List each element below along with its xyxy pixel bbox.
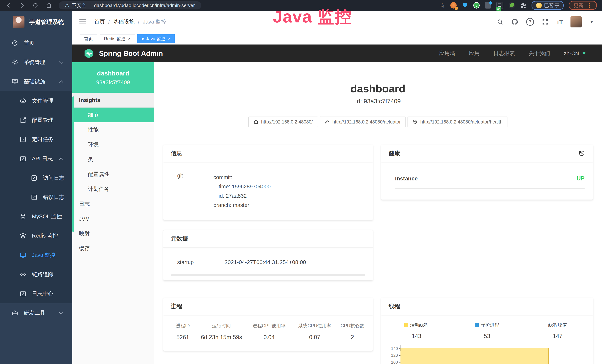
tags-view: 首页 Redis 监控× Java 监控× — [72, 33, 602, 45]
puzzle-icon[interactable] — [520, 2, 526, 9]
chart-plot-area — [400, 346, 588, 364]
address-bar[interactable]: ⚠ 不安全 dashboard.yudao.iocoder.cn/infra/a… — [59, 1, 201, 10]
hamburger-icon[interactable] — [79, 18, 86, 26]
sba-locale-select[interactable]: zh-CN ▼ — [564, 50, 586, 57]
health-instance-label: Instance — [395, 175, 418, 182]
health-url-link[interactable]: http://192.168.0.2:48080/actuator/health — [408, 116, 507, 127]
annotation-java-monitor: Java 监控 — [273, 6, 352, 28]
font-size-icon[interactable]: тT — [557, 19, 563, 25]
paused-badge[interactable]: 已暂停 — [532, 1, 564, 10]
home-nav-icon[interactable] — [46, 2, 52, 9]
sidebar-item-api-logs[interactable]: API 日志 — [0, 149, 72, 168]
sidebar-item-dev-tools[interactable]: 研发工具 — [0, 303, 72, 323]
gauge-icon — [11, 40, 18, 46]
extension-icon-pin[interactable] — [462, 2, 468, 9]
process-card: 进程 进程ID 运行时间 进程CPU使用率 系统CPU使用率 CPU核心数 52… — [163, 298, 373, 351]
sidebar-item-infrastructure[interactable]: 基础设施 — [0, 72, 72, 91]
sba-nav-about[interactable]: 关于我们 — [528, 50, 550, 57]
bookmark-star-icon[interactable]: ☆ — [440, 2, 445, 9]
sba-nav-applications[interactable]: 应用 — [469, 50, 480, 57]
extension-icon-sprout[interactable] — [509, 2, 515, 9]
close-icon[interactable]: × — [168, 36, 170, 41]
sba-brand[interactable]: Spring Boot Admin — [72, 48, 163, 59]
extension-icon-green-y[interactable] — [473, 2, 480, 9]
process-table: 进程ID 运行时间 进程CPU使用率 系统CPU使用率 CPU核心数 5261 … — [163, 315, 373, 341]
sba-item-config-props[interactable]: 配置属性 — [72, 167, 154, 182]
breadcrumb-infra[interactable]: 基础设施 — [113, 18, 135, 26]
status-badge: UP — [577, 175, 585, 182]
sba-sidebar: dashboard 93a3fc7f7409 Insights 细节 性能 环境… — [72, 62, 154, 364]
close-icon[interactable]: × — [128, 36, 130, 41]
app-logo-row[interactable]: 芋道管理系统 — [0, 11, 72, 33]
info-row-value: commit: time: 1596289704000 id: 27aa832 … — [213, 173, 271, 210]
search-icon[interactable] — [496, 18, 504, 25]
legend-live-swatch — [404, 323, 408, 327]
instance-name: dashboard — [72, 70, 154, 77]
breadcrumb-home[interactable]: 首页 — [94, 18, 105, 26]
service-url-link[interactable]: http://192.168.0.2:48080/ — [248, 116, 318, 127]
sba-instance-header[interactable]: dashboard 93a3fc7f7409 — [72, 62, 154, 93]
sidebar-item-home[interactable]: 首页 — [0, 33, 72, 53]
health-card: 健康 Instance UP — [381, 145, 593, 200]
chevron-up-icon — [59, 157, 63, 162]
sidebar-item-access-logs[interactable]: 访问日志 — [0, 168, 72, 188]
avatar[interactable] — [570, 16, 582, 27]
horizontal-scrollbar[interactable] — [171, 274, 365, 276]
extension-icon-orange[interactable] — [450, 2, 457, 9]
sidebar-item-scheduled-jobs[interactable]: 定时任务 — [0, 130, 72, 149]
sba-nav-journal[interactable]: 日志报表 — [493, 50, 515, 57]
chevron-down-icon — [59, 310, 63, 314]
user-menu-caret-icon[interactable]: ▼ — [589, 19, 594, 24]
sidebar-item-java-monitor[interactable]: Java 监控 — [0, 246, 72, 265]
github-icon[interactable] — [511, 18, 518, 25]
wrench-icon — [325, 119, 330, 124]
tab-redis-monitor[interactable]: Redis 监控× — [100, 34, 135, 43]
sba-item-details[interactable]: 细节 — [72, 107, 154, 122]
extension-icon-list-on[interactable] — [496, 2, 503, 9]
uptime-value: 6d 23h 15m 59s — [197, 334, 247, 341]
chevron-down-icon: ▼ — [582, 51, 586, 56]
chevron-down-icon — [59, 59, 63, 64]
instance-links: http://192.168.0.2:48080/ http://192.168… — [154, 116, 602, 127]
sba-item-metrics[interactable]: 性能 — [72, 122, 154, 137]
sidebar-item-error-logs[interactable]: 错误日志 — [0, 188, 72, 207]
sba-item-scheduled-tasks[interactable]: 计划任务 — [72, 182, 154, 197]
y-axis: 140 120 100 — [387, 346, 400, 364]
sba-logo-icon — [83, 48, 94, 59]
sba-nav-wallboard[interactable]: 应用墙 — [439, 50, 455, 57]
sba-group-logs[interactable]: 日志 — [72, 197, 154, 211]
sidebar-item-log-center[interactable]: 日志中心 — [0, 284, 72, 303]
url-text[interactable]: dashboard.yudao.iocoder.cn/infra/admin-s… — [94, 3, 195, 8]
actuator-url-link[interactable]: http://192.168.0.2:48080/actuator — [320, 116, 406, 127]
sidebar-item-redis-monitor[interactable]: Redis 监控 — [0, 226, 72, 246]
help-icon[interactable]: ? — [526, 18, 534, 26]
tab-java-monitor[interactable]: Java 监控× — [137, 34, 175, 43]
threads-legend: 活动线程 143 守护进程 53 线程峰值 147 — [381, 322, 593, 340]
forward-icon[interactable] — [19, 2, 25, 9]
sidebar-item-system-mgmt[interactable]: 系统管理 — [0, 53, 72, 72]
security-label[interactable]: 不安全 — [72, 2, 86, 9]
sidebar-item-mysql-monitor[interactable]: MySQL 监控 — [0, 207, 72, 226]
fullscreen-icon[interactable] — [542, 18, 549, 25]
back-icon[interactable] — [6, 2, 12, 9]
edit-square-icon — [20, 117, 26, 124]
extension-icon-grid[interactable] — [485, 2, 491, 9]
tab-home[interactable]: 首页 — [80, 34, 97, 43]
sba-section-insights: Insights — [72, 93, 154, 107]
update-button[interactable]: 更新 ⋮ — [569, 1, 597, 10]
sba-sidebar-scrollbar[interactable] — [72, 96, 74, 232]
sba-group-caches[interactable]: 缓存 — [72, 241, 154, 256]
sidebar-item-tracing[interactable]: 链路追踪 — [0, 265, 72, 284]
sba-item-environment[interactable]: 环境 — [72, 137, 154, 152]
sba-group-mappings[interactable]: 映射 — [72, 226, 154, 241]
reload-icon[interactable] — [32, 2, 39, 9]
sidebar-item-config-mgmt[interactable]: 配置管理 — [0, 110, 72, 130]
threads-card: 线程 活动线程 143 守护进程 53 线程峰值 147 140 120 — [381, 298, 593, 364]
browser-menu-dots-icon[interactable]: ⋮ — [586, 2, 592, 9]
sidebar-item-file-mgmt[interactable]: 文件管理 — [0, 91, 72, 110]
history-icon[interactable] — [578, 150, 585, 157]
sba-group-jvm[interactable]: JVM — [72, 211, 154, 226]
metadata-row-value: 2021-04-27T00:44:31.254+08:00 — [225, 259, 306, 265]
sba-item-classes[interactable]: 类 — [72, 152, 154, 167]
sba-content: dashboard Id: 93a3fc7f7409 http://192.16… — [154, 62, 602, 364]
